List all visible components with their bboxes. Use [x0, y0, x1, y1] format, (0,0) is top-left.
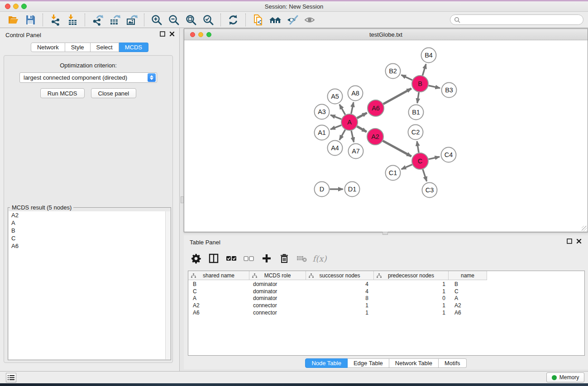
table-row[interactable]: Cdominator41C [188, 288, 584, 295]
settings-icon[interactable] [189, 252, 203, 265]
import-network-icon[interactable] [47, 13, 64, 27]
graph-edge-A-A6[interactable] [357, 113, 367, 118]
deselect-all-icon[interactable] [242, 252, 256, 265]
tab-style[interactable]: Style [65, 43, 91, 52]
horizontal-divider-handle[interactable] [382, 232, 388, 235]
table-row[interactable]: A6connector11A6 [188, 309, 584, 316]
main-toolbar [0, 12, 588, 28]
close-panel-icon[interactable] [576, 238, 582, 244]
delete-column-icon[interactable] [277, 252, 291, 265]
table-panel: Table Panel [184, 235, 588, 369]
export-network-icon[interactable] [89, 13, 106, 27]
table-cell: 0 [374, 295, 449, 302]
split-view-icon[interactable] [207, 252, 220, 265]
zoom-out-icon[interactable] [165, 13, 182, 27]
zoom-in-icon[interactable] [148, 13, 165, 27]
graph-node-label-C: C [418, 157, 422, 165]
run-mcds-button[interactable]: Run MCDS [40, 88, 85, 98]
refresh-icon[interactable] [225, 13, 242, 27]
home-icon[interactable] [267, 13, 284, 27]
graph-edge-A-A7[interactable] [351, 131, 354, 142]
table-row[interactable]: A2connector11A2 [188, 302, 584, 309]
column-header-shared-name[interactable]: shared name [188, 271, 249, 280]
graph-edge-B-B1[interactable] [417, 92, 419, 103]
window-resize-grip[interactable] [582, 226, 587, 231]
network-graph: B4B2BB3A5A8A6B1A3AC2A1A2A4A7C4CC1C3DD1 [184, 40, 588, 232]
result-item[interactable]: A2 [9, 211, 170, 219]
table-cell: B [188, 281, 249, 288]
table-cell: A6 [449, 309, 503, 316]
vertical-divider-handle[interactable] [181, 196, 184, 203]
table-body: Bdominator41BCdominator41CAdominator80AA… [188, 281, 584, 316]
tab-node-table[interactable]: Node Table [305, 358, 348, 368]
search-field[interactable] [450, 14, 583, 25]
float-panel-icon[interactable] [160, 31, 165, 37]
table-cell: A2 [449, 302, 503, 309]
graph-edge-A6-B[interactable] [383, 89, 411, 104]
tab-select[interactable]: Select [91, 43, 119, 52]
table-header-row: shared nameMCDS rolesuccessor nodesprede… [188, 271, 487, 280]
table-cell: 1 [374, 281, 449, 288]
graph-edge-A-A5[interactable] [339, 105, 345, 115]
manage-networks-icon[interactable] [249, 13, 267, 27]
graph-node-label-A5: A5 [331, 93, 339, 100]
tab-mcds[interactable]: MCDS [119, 43, 148, 52]
result-item[interactable]: B [9, 227, 170, 234]
graph-edge-C-C2[interactable] [417, 141, 419, 152]
save-session-icon[interactable] [22, 13, 39, 27]
table-row[interactable]: Bdominator41B [188, 281, 584, 288]
tab-network-table[interactable]: Network Table [389, 358, 439, 368]
export-table-icon[interactable] [106, 13, 123, 27]
graph-edge-C-C3[interactable] [423, 169, 427, 181]
graph-edge-A-A1[interactable] [330, 125, 341, 129]
graph-edge-B-B4[interactable] [422, 64, 426, 76]
tab-edge-table[interactable]: Edge Table [348, 358, 389, 368]
node-table[interactable]: shared nameMCDS rolesuccessor nodesprede… [188, 271, 585, 356]
table-panel-tabs: Node TableEdge TableNetwork TableMotifs [184, 358, 588, 368]
column-header-name[interactable]: name [449, 271, 487, 280]
graph-edge-A-A2[interactable] [357, 126, 367, 132]
result-scrollbar[interactable] [165, 211, 170, 359]
zoom-selected-icon[interactable] [200, 13, 217, 27]
graph-edge-A-A3[interactable] [330, 115, 341, 119]
function-builder-icon[interactable]: f(x) [313, 252, 326, 265]
zoom-fit-icon[interactable] [182, 13, 200, 27]
column-header-MCDS-role[interactable]: MCDS role [249, 271, 306, 280]
graph-edge-C-C4[interactable] [429, 157, 440, 159]
open-session-icon[interactable] [5, 13, 22, 27]
network-canvas[interactable]: B4B2BB3A5A8A6B1A3AC2A1A2A4A7C4CC1C3DD1 [184, 40, 588, 232]
window-top-edge [0, 0, 588, 1]
table-cell: dominator [249, 295, 306, 302]
show-details-icon[interactable] [301, 13, 318, 27]
graph-edge-A2-C[interactable] [383, 141, 411, 156]
column-header-successor-nodes[interactable]: successor nodes [306, 271, 374, 280]
float-panel-icon[interactable] [567, 238, 572, 244]
add-column-icon[interactable] [260, 252, 273, 265]
graph-edge-B-B2[interactable] [402, 75, 412, 80]
result-item[interactable]: A [9, 219, 170, 227]
toolbar-separator [43, 14, 43, 26]
delete-table-icon[interactable] [295, 252, 309, 265]
result-item[interactable]: A6 [9, 242, 170, 250]
task-history-button[interactable] [6, 373, 16, 382]
close-panel-icon[interactable] [169, 31, 175, 37]
graph-edge-B-B3[interactable] [429, 86, 440, 88]
import-table-icon[interactable] [64, 13, 81, 27]
graph-edge-A-A8[interactable] [351, 102, 354, 114]
tab-network[interactable]: Network [31, 43, 65, 52]
memory-button[interactable]: Memory [546, 372, 584, 382]
graph-edge-A-A4[interactable] [339, 130, 345, 140]
close-panel-button[interactable]: Close panel [91, 88, 137, 98]
result-item[interactable]: C [9, 234, 170, 242]
export-image-icon[interactable] [123, 13, 140, 27]
select-all-icon[interactable] [225, 252, 238, 265]
search-input[interactable] [463, 16, 583, 23]
table-row[interactable]: Adominator80A [188, 295, 584, 302]
criterion-dropdown[interactable]: largest connected component (directed) [19, 72, 157, 83]
tab-motifs[interactable]: Motifs [439, 358, 467, 368]
column-header-predecessor-nodes[interactable]: predecessor nodes [374, 271, 449, 280]
graph-edge-C-C1[interactable] [402, 165, 412, 169]
table-cell: B [449, 281, 503, 288]
graph-node-label-B: B [418, 80, 422, 87]
hide-details-icon[interactable] [284, 13, 301, 27]
